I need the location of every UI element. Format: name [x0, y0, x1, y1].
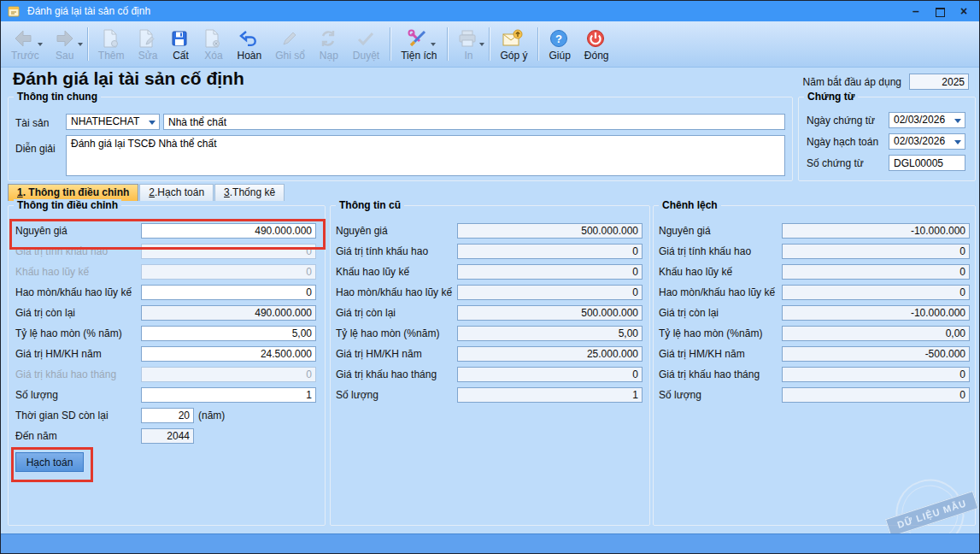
close-button[interactable]: × [952, 1, 976, 21]
toolbar-button-hoan[interactable]: Hoàn [230, 23, 268, 65]
svg-text:?: ? [555, 32, 562, 45]
asset-code-combobox[interactable]: NHATHECHAT [66, 114, 160, 130]
toolbar-button-label: Giúp [549, 50, 570, 62]
adjust-ty-le-hao-mon-label: Tỷ lệ hao mòn (% năm) [15, 327, 141, 339]
help-icon: ? [549, 27, 570, 50]
toolbar-button-label: Cất [173, 50, 189, 62]
post-date-picker[interactable]: 02/03/2026 [889, 133, 965, 150]
toolbar-button-label: Góp ý [500, 50, 527, 62]
doc-no-field[interactable] [889, 155, 965, 171]
doc-date-picker[interactable]: 02/03/2026 [889, 112, 965, 128]
feedback-icon [502, 27, 525, 50]
diff-row-hao-mon-khau-hao-luy-ke: Hao mòn/khấu hao lũy kế [654, 282, 975, 303]
asset-code-value: NHATHECHAT [71, 115, 139, 127]
maximize-button[interactable] [928, 1, 952, 21]
chevron-down-icon [954, 140, 961, 144]
adjust-row-gia-tri-khau-hao-thang: Giá trị khấu hao tháng [9, 364, 325, 385]
arrow-right-icon [53, 27, 77, 50]
toolbar-button-dong[interactable]: Đóng [578, 23, 616, 65]
tab-label: .Hạch toán [155, 186, 204, 198]
toolbar-button-ghi-so: Ghi sổ [268, 23, 312, 65]
adjust-gia-tri-hm-kh-nam-field[interactable] [141, 346, 316, 362]
window-title: Đánh giá lại tài sản cố định [27, 5, 904, 17]
description-field[interactable] [66, 135, 785, 176]
adjust-row-so-luong: Số lượng [9, 385, 325, 405]
difference-legend: Chênh lệch [659, 199, 721, 211]
toolbar-button-cat[interactable]: Cất [164, 23, 197, 65]
toolbar-button-truoc: Trước [4, 23, 46, 65]
old-ty-le-hao-mon-field [457, 326, 643, 341]
old-info-legend: Thông tin cũ [336, 199, 404, 211]
tab-label: .Thống kê [230, 186, 275, 198]
adjust-row-khau-hao-luy-ke: Khấu hao lũy kế [9, 262, 325, 282]
diff-row-gia-tri-khau-hao-thang: Giá trị khấu hao tháng [654, 364, 975, 385]
adjust-khau-hao-luy-ke-field [141, 264, 316, 280]
minimize-button[interactable]: – [904, 1, 928, 21]
undo-icon [238, 27, 261, 50]
toolbar-button-giup[interactable]: ?Giúp [542, 23, 577, 65]
adjust-hao-mon-khau-hao-luy-ke-label: Hao mòn/khấu hao lũy kế [15, 286, 141, 298]
diff-gia-tri-con-lai-label: Giá trị còn lại [659, 307, 782, 319]
toolbar-button-sau: Sau [46, 23, 84, 65]
toolbar-button-label: Đóng [584, 50, 609, 62]
asset-name-field[interactable] [163, 114, 785, 130]
diff-khau-hao-luy-ke-label: Khấu hao lũy kế [659, 266, 782, 278]
toolbar-button-nap: Nạp [312, 23, 346, 65]
apply-year-field [909, 74, 969, 90]
printer-icon [458, 27, 478, 50]
old-gia-tri-khau-hao-thang-label: Giá trị khấu hao tháng [336, 368, 457, 380]
general-info-groupbox: Thông tin chung Tài sản NHATHECHAT Diễn … [8, 97, 793, 181]
power-icon [586, 27, 607, 50]
diff-ty-le-hao-mon-field [782, 326, 970, 341]
toolbar-button-label: In [464, 50, 472, 62]
chevron-down-icon [954, 119, 961, 123]
doc-date-label: Ngày chứng từ [807, 115, 875, 127]
adjust-thoi-gian-sd-con-lai-field[interactable] [141, 408, 194, 423]
diff-gia-tri-hm-kh-nam-label: Giá trị HM/KH năm [659, 348, 782, 360]
old-info-rows: Nguyên giáGiá trị tính khấu haoKhấu hao … [331, 221, 649, 405]
voucher-legend: Chứng từ [804, 91, 858, 103]
status-strip [1, 533, 979, 553]
adjust-panel: Thông tin điều chỉnh Nguyên giáGiá trị t… [8, 205, 326, 526]
adjust-row-nguyen-gia: Nguyên giá [9, 221, 325, 241]
adjust-so-luong-field[interactable] [141, 387, 316, 403]
adjust-khau-hao-luy-ke-label: Khấu hao lũy kế [15, 266, 141, 278]
toolbar-button-sua: Sửa [131, 23, 164, 65]
adjust-row-thoi-gian-sd-con-lai: Thời gian SD còn lại(năm) [9, 405, 325, 426]
hach-toan-button[interactable]: Hạch toán [15, 452, 84, 472]
toolbar-button-gop-y[interactable]: Góp ý [493, 23, 534, 65]
diff-nguyen-gia-label: Nguyên giá [659, 225, 782, 237]
old-ty-le-hao-mon-label: Tỷ lệ hao mòn (%năm) [336, 327, 457, 339]
old-row-hao-mon-khau-hao-luy-ke: Hao mòn/khấu hao lũy kế [331, 282, 649, 303]
adjust-gia-tri-con-lai-field [141, 305, 316, 321]
tab-thong-tin-dieu-chinh[interactable]: 1. Thông tin điều chỉnh [8, 184, 138, 201]
diff-row-gia-tri-tinh-khau-hao: Giá trị tính khấu hao [654, 241, 975, 262]
post-date-label: Ngày hạch toán [807, 136, 878, 148]
tab-number: 1 [17, 186, 23, 198]
toolbar-button-label: Nạp [320, 50, 338, 62]
diff-gia-tri-khau-hao-thang-field [782, 367, 970, 382]
old-nguyen-gia-label: Nguyên giá [336, 225, 457, 237]
old-info-panel: Thông tin cũ Nguyên giáGiá trị tính khấu… [330, 205, 650, 526]
old-row-gia-tri-tinh-khau-hao: Giá trị tính khấu hao [331, 241, 649, 262]
adjust-ty-le-hao-mon-field[interactable] [141, 326, 316, 341]
titlebar: Đánh giá lại tài sản cố định – × [1, 1, 979, 21]
tab-strip: 1. Thông tin điều chỉnh 2.Hạch toán 3.Th… [8, 184, 285, 201]
dropdown-caret-icon [38, 43, 43, 46]
adjust-row-gia-tri-tinh-khau-hao: Giá trị tính khấu hao [9, 241, 325, 262]
adjust-nguyen-gia-field[interactable] [141, 223, 316, 239]
adjust-hao-mon-khau-hao-luy-ke-field[interactable] [141, 285, 316, 300]
toolbar-button-tien-ich[interactable]: Tiện ích [394, 23, 443, 65]
adjust-row-hao-mon-khau-hao-luy-ke: Hao mòn/khấu hao lũy kế [9, 282, 325, 303]
difference-rows: Nguyên giáGiá trị tính khấu haoKhấu hao … [654, 221, 975, 405]
old-row-gia-tri-hm-kh-nam: Giá trị HM/KH năm [331, 344, 649, 364]
dropdown-caret-icon[interactable] [431, 43, 436, 46]
app-icon [7, 4, 21, 18]
toolbar-button-them: Thêm [91, 23, 132, 65]
toolbar-separator [390, 27, 390, 61]
tab-thong-ke[interactable]: 3.Thống kê [214, 184, 285, 201]
tab-hach-toan[interactable]: 2.Hạch toán [139, 184, 214, 201]
toolbar-button-label: Trước [11, 50, 39, 62]
chevron-down-icon [149, 121, 156, 125]
old-gia-tri-hm-kh-nam-field [457, 346, 643, 362]
